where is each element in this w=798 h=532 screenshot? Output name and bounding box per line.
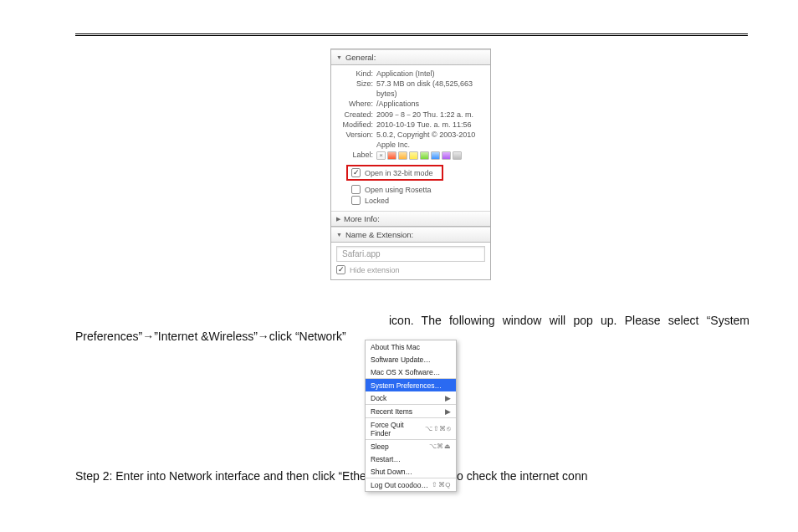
doc-text-line2: Preferences”→”Internet &Wireless”→click … xyxy=(75,330,346,343)
label-yellow-swatch[interactable] xyxy=(409,151,418,160)
menu-software-update[interactable]: Software Update… xyxy=(366,353,456,366)
open-32bit-highlight: Open in 32-bit mode xyxy=(346,165,443,181)
menu-dock[interactable]: Dock▶ xyxy=(366,391,456,404)
shortcut-label: ⌥⌘⏏ xyxy=(429,442,452,450)
kind-label: Kind: xyxy=(336,69,373,79)
version-value: 5.0.2, Copyright © 2003-2010 Apple Inc. xyxy=(376,130,485,150)
shortcut-label: ⌥⇧⌘⎋ xyxy=(425,425,451,432)
label-blue-swatch[interactable] xyxy=(431,151,440,160)
filename-field[interactable]: Safari.app xyxy=(336,246,485,262)
get-info-panel: ▼ General: Kind:Application (Intel) Size… xyxy=(330,49,491,280)
menu-recent-items[interactable]: Recent Items▶ xyxy=(366,405,456,417)
open-32bit-label: Open in 32-bit mode xyxy=(365,169,433,177)
menu-shutdown[interactable]: Shut Down… xyxy=(366,465,456,478)
hide-extension-checkbox[interactable] xyxy=(336,265,345,274)
name-ext-title: Name & Extension: xyxy=(345,230,413,239)
menu-macosx-software[interactable]: Mac OS X Software… xyxy=(366,366,456,378)
locked-label: Locked xyxy=(365,197,389,205)
label-none-swatch[interactable]: × xyxy=(376,151,386,160)
shortcut-label: ⇧⌘Q xyxy=(432,481,451,489)
name-ext-section-header[interactable]: ▼ Name & Extension: xyxy=(331,227,490,243)
finder-label-label: Label: xyxy=(336,150,373,160)
label-green-swatch[interactable] xyxy=(420,151,429,160)
menu-restart[interactable]: Restart… xyxy=(366,453,456,465)
size-label: Size: xyxy=(336,79,373,99)
size-value: 57.3 MB on disk (48,525,663 bytes) xyxy=(376,79,485,99)
where-value: /Applications xyxy=(376,99,485,109)
menu-about-this-mac[interactable]: About This Mac xyxy=(366,340,456,353)
label-orange-swatch[interactable] xyxy=(398,151,407,160)
more-info-title: More Info: xyxy=(344,214,380,223)
version-label: Version: xyxy=(336,130,373,150)
open-32bit-checkbox[interactable] xyxy=(351,168,361,177)
doc-text-line3: Step 2: Enter into Network interface and… xyxy=(75,469,587,483)
general-title: General: xyxy=(345,53,376,62)
menu-system-preferences[interactable]: System Preferences… xyxy=(366,379,456,391)
kind-value: Application (Intel) xyxy=(376,69,485,79)
general-section-body: Kind:Application (Intel) Size:57.3 MB on… xyxy=(331,65,490,211)
open-rosetta-checkbox[interactable] xyxy=(351,185,361,194)
apple-menu: About This Mac Software Update… Mac OS X… xyxy=(365,340,457,492)
menu-sleep[interactable]: Sleep⌥⌘⏏ xyxy=(366,440,456,453)
label-swatches: × xyxy=(376,151,485,160)
label-gray-swatch[interactable] xyxy=(453,151,462,160)
menu-logout[interactable]: Log Out coodoo…⇧⌘Q xyxy=(366,478,456,491)
where-label: Where: xyxy=(336,99,373,109)
modified-label: Modified: xyxy=(336,120,373,130)
horizontal-rule xyxy=(75,33,748,36)
general-section-header[interactable]: ▼ General: xyxy=(331,49,490,65)
locked-checkbox[interactable] xyxy=(351,196,361,205)
disclosure-triangle-icon: ▼ xyxy=(336,232,342,238)
modified-value: 2010-10-19 Tue. a. m. 11:56 xyxy=(376,120,485,130)
created-label: Created: xyxy=(336,110,373,120)
menu-force-quit[interactable]: Force Quit Finder⌥⇧⌘⎋ xyxy=(366,418,456,439)
submenu-arrow-icon: ▶ xyxy=(445,394,451,402)
disclosure-triangle-icon: ▼ xyxy=(336,54,342,60)
more-info-section-header[interactable]: ▶ More Info: xyxy=(331,211,490,227)
created-value: 2009－8－20 Thu. 1:22 a. m. xyxy=(376,110,485,120)
doc-text-line1: icon. The following window will pop up. … xyxy=(389,314,749,327)
hide-extension-label: Hide extension xyxy=(350,266,400,274)
open-rosetta-label: Open using Rosetta xyxy=(365,186,432,194)
label-purple-swatch[interactable] xyxy=(442,151,451,160)
submenu-arrow-icon: ▶ xyxy=(445,407,451,416)
label-red-swatch[interactable] xyxy=(387,151,396,160)
disclosure-triangle-icon: ▶ xyxy=(336,216,340,223)
